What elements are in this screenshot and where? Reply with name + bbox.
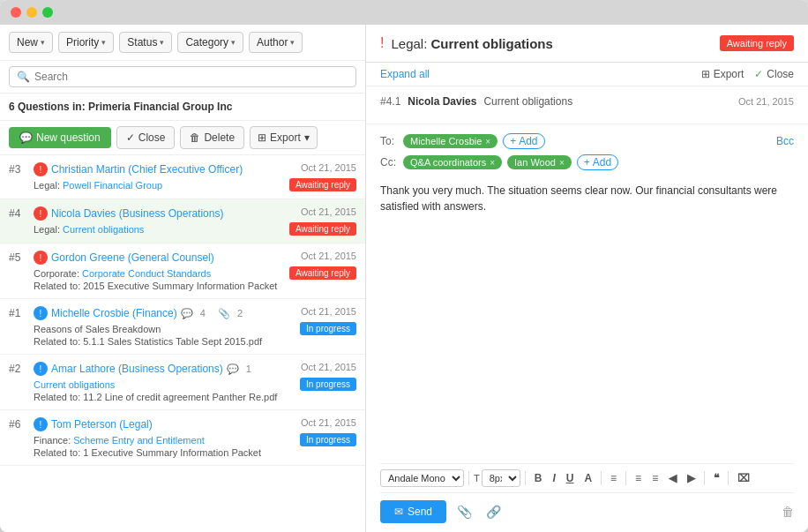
delete-message-button[interactable]: 🗑 (782, 505, 794, 519)
font-size-select[interactable]: 8px (482, 469, 520, 487)
questions-list: #3 ! Christian Martin (Chief Executive O… (0, 155, 365, 532)
status-badge: In progress (300, 322, 356, 335)
blockquote-button[interactable]: ❝ (709, 470, 723, 486)
indent-decrease-button[interactable]: ◀ (664, 470, 681, 486)
close-label: Close (138, 131, 166, 144)
tag-remove-icon[interactable]: × (559, 158, 565, 168)
category-link[interactable]: Scheme Entry and Entitlement (73, 435, 205, 446)
message-number: #4.1 (380, 95, 400, 108)
tag-remove-icon[interactable]: × (490, 158, 495, 168)
new-filter[interactable]: New ▾ (9, 32, 53, 53)
question-header: #6 ! Tom Peterson (Legal) Oct 21, 2015 (9, 417, 356, 431)
export-label: Export (270, 131, 301, 144)
toolbar-separator (525, 471, 526, 485)
priority-filter[interactable]: Priority ▾ (58, 32, 114, 53)
export-button[interactable]: ⊞ Export ▾ (250, 126, 318, 149)
question-number: #4 (9, 207, 30, 220)
bcc-button[interactable]: Bcc (776, 135, 794, 147)
status-filter[interactable]: Status ▾ (119, 32, 172, 53)
unordered-list-button[interactable]: ≡ (647, 470, 662, 486)
question-item[interactable]: #4 ! Nicola Davies (Business Operations)… (0, 199, 365, 244)
ordered-list-button[interactable]: ≡ (631, 470, 646, 486)
awaiting-badge: Awaiting reply (720, 35, 794, 51)
tag-remove-icon[interactable]: × (485, 137, 490, 146)
question-number: #3 (9, 163, 30, 176)
comment-icon: 💬 (227, 363, 239, 375)
toolbar-separator (728, 471, 729, 485)
question-name: Amar Lathore (Business Operations) (51, 363, 223, 375)
question-item[interactable]: #6 ! Tom Peterson (Legal) Oct 21, 2015 F… (0, 410, 365, 466)
app-body: New ▾ Priority ▾ Status ▾ Category ▾ Aut… (0, 25, 808, 532)
close-button[interactable] (11, 7, 21, 18)
bold-button[interactable]: B (530, 470, 547, 486)
question-item[interactable]: #3 ! Christian Martin (Chief Executive O… (0, 155, 365, 199)
link-button[interactable]: 🔗 (483, 501, 505, 522)
search-input[interactable] (34, 71, 167, 83)
category-link[interactable]: Corporate Conduct Standards (82, 268, 211, 279)
attach-button[interactable]: 📎 (453, 501, 475, 522)
comment-icon: 💬 (181, 308, 193, 319)
question-sub: Finance: Scheme Entry and Entitlement In… (9, 433, 356, 446)
category-link[interactable]: Current obligations (63, 224, 144, 235)
export-label: Export (714, 68, 744, 80)
text-color-button[interactable]: A (580, 470, 596, 486)
to-add-button[interactable]: + Add (503, 133, 544, 149)
chevron-down-icon: ▾ (101, 38, 106, 47)
indent-increase-button[interactable]: ▶ (683, 470, 700, 486)
question-header: #2 ! Amar Lathore (Business Operations) … (9, 362, 356, 376)
question-name: Michelle Crosbie (Finance) (51, 307, 177, 319)
to-tag-michelle: Michelle Crosbie × (403, 134, 498, 148)
attachment-icon: 📎 (218, 308, 230, 319)
to-label: To: (380, 135, 398, 147)
cc-add-button[interactable]: + Add (577, 154, 618, 170)
compose-to-row: To: Michelle Crosbie × + Add Bcc (380, 133, 794, 149)
maximize-button[interactable] (42, 7, 53, 18)
question-item[interactable]: #1 ! Michelle Crosbie (Finance) 💬 4 📎 2 … (0, 299, 365, 355)
close-button[interactable]: ✓ Close (116, 126, 176, 149)
question-category: Corporate: Corporate Conduct Standards (34, 268, 289, 279)
question-number: #5 (9, 251, 30, 264)
chevron-down-icon: ▾ (304, 131, 310, 144)
question-id-name: #5 ! Gordon Greene (General Counsel) (9, 251, 301, 265)
message-header: #4.1 Nicola Davies Current obligations O… (380, 95, 794, 108)
question-date: Oct 21, 2015 (301, 206, 356, 217)
question-item[interactable]: #2 ! Amar Lathore (Business Operations) … (0, 355, 365, 410)
font-select[interactable]: Andale Mono (380, 469, 464, 487)
minimize-button[interactable] (26, 7, 37, 18)
clear-format-button[interactable]: ⌧ (733, 470, 754, 486)
message-thread: #4.1 Nicola Davies Current obligations O… (366, 86, 808, 124)
export-action[interactable]: ⊞ Export (701, 68, 744, 80)
new-question-button[interactable]: 💬 New question (9, 127, 111, 148)
question-sub: Current obligations In progress (9, 378, 356, 391)
delete-button[interactable]: 🗑 Delete (180, 126, 244, 149)
chevron-down-icon: ▾ (160, 38, 164, 47)
status-filter-label: Status (127, 36, 157, 49)
right-panel: ! Legal: Current obligations Awaiting re… (366, 25, 808, 532)
question-id-name: #1 ! Michelle Crosbie (Finance) 💬 4 📎 2 (9, 306, 301, 320)
category-link[interactable]: Powell Financial Group (63, 180, 162, 191)
right-panel-header: ! Legal: Current obligations Awaiting re… (366, 25, 808, 63)
message-subject: Current obligations (483, 95, 572, 108)
send-button[interactable]: ✉ Send (380, 500, 446, 523)
left-panel: New ▾ Priority ▾ Status ▾ Category ▾ Aut… (0, 25, 366, 532)
align-button[interactable]: ≡ (606, 470, 621, 486)
category-filter[interactable]: Category ▾ (177, 32, 243, 53)
chat-icon: 💬 (19, 131, 33, 144)
close-action[interactable]: ✓ Close (754, 68, 794, 80)
compose-body[interactable]: Thank you very much. The situation seems… (380, 176, 794, 463)
right-actions: ⊞ Export ✓ Close (701, 68, 794, 80)
search-icon: 🔍 (17, 71, 30, 83)
question-item[interactable]: #5 ! Gordon Greene (General Counsel) Oct… (0, 244, 365, 299)
toolbar-separator (625, 471, 626, 485)
priority-icon: ! (34, 251, 48, 265)
exclamation-icon: ! (380, 35, 384, 51)
chevron-down-icon: ▾ (231, 38, 236, 47)
tag-label: Q&A coordinators (410, 157, 486, 168)
underline-button[interactable]: U (562, 470, 579, 486)
message-author: Nicola Davies (408, 95, 476, 108)
author-filter[interactable]: Author ▾ (249, 32, 303, 53)
expand-all-button[interactable]: Expand all (380, 68, 430, 80)
category-link[interactable]: Current obligations (34, 379, 115, 390)
italic-button[interactable]: I (548, 470, 559, 486)
right-panel-actions: Expand all ⊞ Export ✓ Close (366, 63, 808, 86)
